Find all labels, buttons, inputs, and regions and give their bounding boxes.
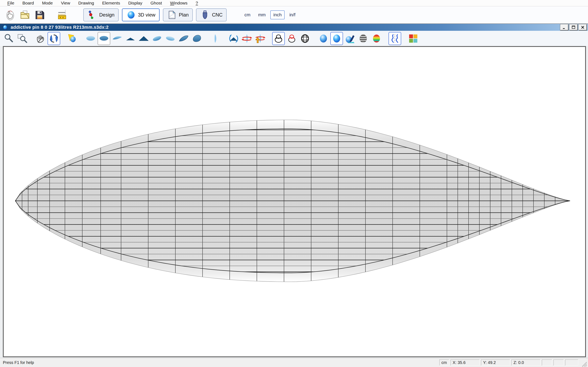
perspective-wing-button[interactable] bbox=[177, 32, 190, 45]
perspective-blob-icon bbox=[191, 33, 202, 44]
perspective-top-button[interactable] bbox=[151, 32, 163, 45]
wireframe-red-icon bbox=[286, 33, 297, 44]
status-empty-panel bbox=[553, 359, 564, 366]
rotate-view-icon bbox=[228, 33, 239, 44]
document-sphere-icon bbox=[2, 25, 8, 30]
surfboard-3d-view[interactable] bbox=[4, 47, 585, 356]
new-board-button[interactable] bbox=[3, 8, 17, 22]
perspective-top-icon bbox=[152, 33, 162, 44]
minimize-button[interactable] bbox=[560, 24, 568, 30]
menu-item-windows[interactable]: Windows bbox=[166, 0, 191, 6]
menu-item-view[interactable]: View bbox=[57, 0, 74, 6]
menu-item-drawing[interactable]: Drawing bbox=[74, 0, 98, 6]
color-squares-button[interactable] bbox=[407, 32, 420, 45]
status-y: Y: 49.2 bbox=[481, 359, 510, 366]
pan-hand-button[interactable] bbox=[34, 32, 47, 45]
spin-board-icon bbox=[242, 33, 252, 44]
mode-button-label: CNC bbox=[212, 12, 223, 18]
spin-board-button[interactable] bbox=[241, 32, 253, 45]
board-front-icon bbox=[210, 33, 221, 44]
menu-item-display[interactable]: Display bbox=[124, 0, 146, 6]
design-icon bbox=[87, 10, 97, 20]
paint-sphere-icon bbox=[345, 33, 355, 44]
rainbow-sphere-button[interactable] bbox=[370, 32, 383, 45]
menu-item-ghost[interactable]: Ghost bbox=[146, 0, 166, 6]
menu-item-board[interactable]: Board bbox=[18, 0, 38, 6]
front-view-large-button[interactable] bbox=[138, 32, 150, 45]
wireframe-button[interactable] bbox=[272, 32, 285, 45]
save-icon bbox=[34, 9, 45, 21]
document-titlebar[interactable]: addictive pin 8 0 27 93litres R213mm.s3d… bbox=[0, 24, 588, 31]
rocker-side-icon bbox=[112, 33, 122, 44]
new-board-icon bbox=[4, 9, 16, 21]
bright-sphere-button[interactable] bbox=[330, 32, 343, 45]
maximize-button[interactable] bbox=[570, 24, 578, 30]
striped-sphere-icon bbox=[358, 33, 369, 44]
zoom-window-button[interactable] bbox=[16, 32, 29, 45]
mode-button-3d-view[interactable]: 3D view bbox=[122, 8, 160, 21]
unit-button-mm[interactable]: mm bbox=[255, 10, 269, 19]
zoom-icon bbox=[4, 33, 14, 44]
outline-top-icon bbox=[85, 33, 96, 44]
menu-item--[interactable]: ? bbox=[191, 0, 202, 6]
close-button[interactable] bbox=[579, 24, 587, 30]
front-view-small-icon bbox=[125, 33, 136, 44]
unit-button-inch[interactable]: inch bbox=[270, 10, 285, 19]
unit-button-in-f[interactable]: in/f bbox=[286, 10, 298, 19]
open-folder-button[interactable] bbox=[17, 8, 32, 22]
pan-hand-icon bbox=[35, 33, 46, 44]
paint-sphere-button[interactable] bbox=[344, 32, 356, 45]
flex-curves-button[interactable] bbox=[389, 32, 401, 45]
dimensions-icon bbox=[57, 9, 69, 21]
mode-button-design[interactable]: Design bbox=[83, 8, 119, 21]
maximize-icon bbox=[571, 25, 576, 29]
menu-item-mode[interactable]: Mode bbox=[38, 0, 57, 6]
board-front-button[interactable] bbox=[209, 32, 222, 45]
mesh-icon bbox=[300, 33, 310, 44]
status-x: X: 35.6 bbox=[450, 359, 480, 366]
mode-button-label: 3D view bbox=[138, 12, 155, 18]
dimensions-button[interactable] bbox=[56, 8, 70, 22]
rocker-side-button[interactable] bbox=[111, 32, 123, 45]
shaded-sphere-button[interactable] bbox=[317, 32, 330, 45]
document-title: addictive pin 8 0 27 93litres R213mm.s3d… bbox=[11, 25, 559, 30]
cnc-icon bbox=[200, 10, 210, 20]
menu-item-elements[interactable]: Elements bbox=[98, 0, 124, 6]
status-unit: cm bbox=[439, 359, 449, 366]
mode-button-label: Design bbox=[99, 12, 114, 18]
wireframe-icon bbox=[273, 33, 284, 44]
color-squares-icon bbox=[408, 33, 419, 44]
shaded-sphere-icon bbox=[318, 33, 329, 44]
menu-item-file[interactable]: File bbox=[3, 0, 18, 6]
unit-button-cm[interactable]: cm bbox=[241, 10, 253, 19]
rotate-view-button[interactable] bbox=[227, 32, 240, 45]
wireframe-red-button[interactable] bbox=[285, 32, 298, 45]
striped-sphere-button[interactable] bbox=[357, 32, 370, 45]
front-view-small-button[interactable] bbox=[124, 32, 137, 45]
close-icon bbox=[580, 25, 585, 29]
perspective-wing-icon bbox=[178, 33, 189, 44]
sphere-3d-icon bbox=[2, 25, 8, 30]
outline-bottom-button[interactable] bbox=[98, 32, 110, 45]
rainbow-sphere-icon bbox=[371, 33, 382, 44]
flex-curves-icon bbox=[389, 33, 400, 44]
perspective-bottom-button[interactable] bbox=[164, 32, 177, 45]
resize-grip-icon[interactable] bbox=[580, 360, 587, 367]
menu-bar: FileBoardModeViewDrawingElementsDisplayG… bbox=[0, 0, 588, 6]
rotate-3d-button[interactable] bbox=[48, 32, 60, 45]
move-board-button[interactable] bbox=[254, 32, 267, 45]
minimize-icon bbox=[562, 25, 567, 29]
zoom-button[interactable] bbox=[3, 32, 15, 45]
viewport-canvas[interactable] bbox=[3, 46, 586, 357]
status-help-text: Press F1 for help bbox=[3, 360, 438, 365]
mesh-button[interactable] bbox=[299, 32, 311, 45]
mode-button-plan[interactable]: Plan bbox=[163, 8, 193, 21]
light-button[interactable] bbox=[66, 32, 79, 45]
mode-button-cnc[interactable]: CNC bbox=[196, 8, 227, 21]
save-button[interactable] bbox=[32, 8, 47, 22]
outline-bottom-icon bbox=[99, 33, 109, 44]
open-folder-icon bbox=[19, 9, 31, 21]
perspective-blob-button[interactable] bbox=[190, 32, 203, 45]
status-z: Z: 0.0 bbox=[511, 359, 540, 366]
outline-top-button[interactable] bbox=[84, 32, 97, 45]
